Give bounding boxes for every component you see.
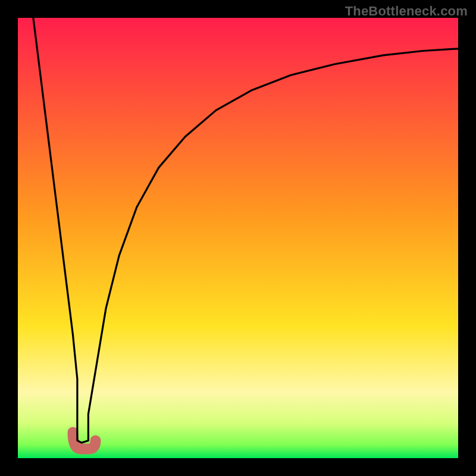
chart-frame: TheBottleneck.com bbox=[0, 0, 476, 476]
gradient-background bbox=[18, 18, 458, 458]
watermark-text: TheBottleneck.com bbox=[345, 4, 468, 19]
plot-area bbox=[18, 18, 458, 458]
chart-canvas bbox=[18, 18, 458, 458]
